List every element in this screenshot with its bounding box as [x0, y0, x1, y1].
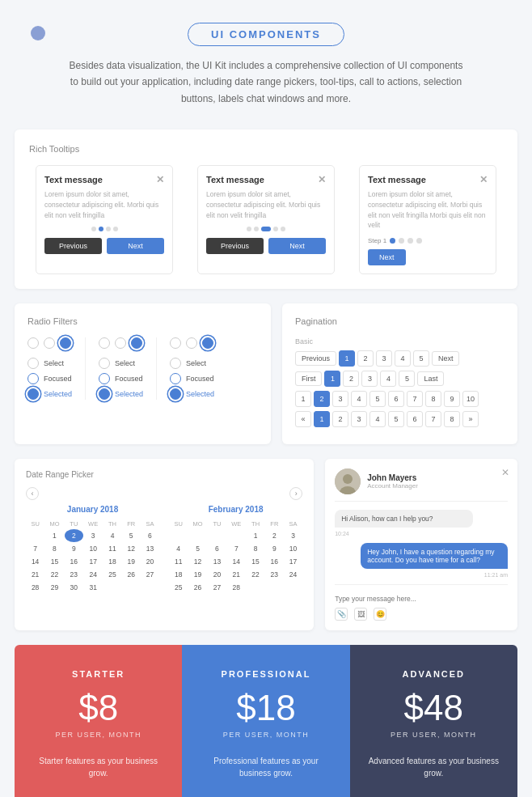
pag-num-3-2[interactable]: 2	[314, 391, 330, 407]
dp-jan-title: January 2018	[26, 505, 159, 514]
radio-selected-3[interactable]: Selected	[170, 388, 214, 400]
pag-num-3-4[interactable]: 4	[351, 391, 367, 407]
pag-num-2-4[interactable]: 4	[380, 371, 396, 387]
dp-day-su: SU	[26, 519, 44, 529]
radio-select-2[interactable]: Select	[99, 358, 143, 369]
pag-last-2[interactable]: Last	[417, 371, 444, 386]
emoji-icon[interactable]: 😊	[374, 608, 386, 621]
radio-title: Radio Filters	[27, 316, 258, 326]
radio-circles-3	[170, 337, 214, 349]
pag-num-1-4[interactable]: 4	[395, 350, 411, 367]
chat-header: John Mayers Account Manager	[335, 468, 508, 502]
pag-num-2-5[interactable]: 5	[399, 371, 415, 387]
pag-num-2-2[interactable]: 2	[343, 371, 359, 387]
radio-selected-circle-2	[99, 388, 110, 400]
tooltip-2-close[interactable]: ✕	[318, 174, 326, 185]
pricing-professional-period: PER USER, MONTH	[198, 731, 333, 739]
pag-prev-4[interactable]: «	[295, 411, 311, 427]
pag-num-4-2[interactable]: 2	[332, 411, 348, 427]
pag-num-4-6[interactable]: 6	[407, 411, 423, 427]
radio-filled-3	[202, 337, 213, 349]
pag-num-2-1[interactable]: 1	[324, 371, 340, 387]
pag-num-4-8[interactable]: 8	[444, 411, 460, 427]
tooltip-3-body: Lorem ipsum dolor sit amet, consectetur …	[368, 189, 488, 231]
radio-selected-2[interactable]: Selected	[99, 388, 143, 400]
radio-selected-circle-3	[170, 388, 181, 400]
radio-focused-3[interactable]: Focused	[170, 373, 214, 384]
chat-user-role: Account Manager	[367, 482, 418, 490]
dp-calendars: January 2018 SU MO TU WE TH FR SA	[26, 505, 302, 594]
tooltip-3-next[interactable]: Next	[368, 249, 406, 265]
chat-bubble-received: Hi Alison, how can I help you?	[335, 510, 473, 528]
pag-num-1-3[interactable]: 3	[376, 350, 392, 367]
radio-plain-6	[186, 337, 197, 349]
tooltip-2-title: Text message ✕	[206, 174, 326, 185]
pag-num-1-1[interactable]: 1	[339, 350, 355, 367]
pag-row-3: 1 2 3 4 5 6 7 8 9 10	[295, 391, 505, 407]
pag-num-3-1[interactable]: 1	[295, 391, 311, 407]
pag-num-4-1[interactable]: 1	[314, 411, 330, 427]
pag-num-4-5[interactable]: 5	[388, 411, 404, 427]
page-header: UI COMPONENTS Besides data visualization…	[0, 0, 532, 115]
dot-5b	[281, 227, 285, 231]
pag-num-3-10[interactable]: 10	[462, 391, 479, 407]
table-row: 1 2 3 4 5 6	[26, 529, 159, 542]
pag-num-1-2[interactable]: 2	[357, 350, 374, 367]
pag-num-3-3[interactable]: 3	[332, 391, 348, 407]
pricing-starter-price: $8	[31, 690, 166, 726]
dp-day-we-f: WE	[226, 519, 246, 529]
dot-4b	[273, 227, 278, 231]
tooltips-row: Text message ✕ Lorem ipsum dolor sit ame…	[29, 165, 503, 274]
pricing-starter-period: PER USER, MONTH	[31, 731, 166, 739]
pag-num-4-4[interactable]: 4	[369, 411, 386, 427]
tooltip-3-close[interactable]: ✕	[479, 174, 488, 185]
image-icon[interactable]: 🖼	[354, 608, 367, 621]
pag-num-3-5[interactable]: 5	[369, 391, 386, 407]
radio-focused-1[interactable]: Focused	[27, 373, 72, 384]
pag-num-3-6[interactable]: 6	[388, 391, 404, 407]
radio-plain-4	[115, 337, 126, 349]
dp-prev-arrow[interactable]: ‹	[26, 487, 39, 500]
pag-num-1-5[interactable]: 5	[413, 350, 429, 367]
dp-january: January 2018 SU MO TU WE TH FR SA	[26, 505, 159, 594]
radio-group-1: Select Focused Selected	[27, 337, 72, 400]
radio-focused-2[interactable]: Focused	[99, 373, 143, 384]
dp-next-arrow[interactable]: ›	[289, 487, 302, 500]
pag-num-3-7[interactable]: 7	[407, 391, 423, 407]
chat-close[interactable]: ✕	[501, 467, 509, 478]
pagination-section: Pagination Basic Previous 1 2 3 4 5 Next…	[282, 303, 517, 444]
tooltip-2-prev[interactable]: Previous	[206, 238, 264, 254]
pag-num-3-9[interactable]: 9	[444, 391, 460, 407]
dot-2	[99, 227, 103, 231]
pag-num-4-7[interactable]: 7	[425, 411, 441, 427]
pag-prev-1[interactable]: Previous	[295, 351, 336, 366]
radio-pagination-row: Radio Filters Select Focused	[15, 303, 517, 444]
dp-february: February 2018 SU MO TU WE TH FR SA	[169, 505, 302, 594]
tooltip-1-next[interactable]: Next	[107, 238, 164, 254]
radio-filled-1	[60, 337, 71, 349]
radio-select-1[interactable]: Select	[27, 358, 72, 369]
tooltip-3-steps: Step 1	[368, 237, 488, 244]
tooltip-1-title: Text message ✕	[44, 174, 164, 185]
radio-selected-1[interactable]: Selected	[27, 388, 72, 400]
group-divider-2	[156, 337, 157, 400]
pag-next-4[interactable]: »	[462, 411, 479, 427]
attach-icon[interactable]: 📎	[335, 608, 348, 621]
dp-day-mo-f: MO	[188, 519, 207, 529]
radio-select-3[interactable]: Select	[170, 358, 214, 369]
radio-filters-section: Radio Filters Select Focused	[15, 303, 271, 444]
radio-plain-3	[99, 337, 110, 349]
pag-first-2[interactable]: First	[295, 371, 323, 386]
chat-input[interactable]	[335, 595, 508, 603]
tooltip-2-next[interactable]: Next	[268, 238, 326, 254]
dp-day-th: TH	[103, 519, 121, 529]
tooltip-1-prev[interactable]: Previous	[44, 238, 102, 254]
step-dot-2	[399, 238, 404, 244]
pag-num-2-3[interactable]: 3	[361, 371, 378, 387]
pag-num-3-8[interactable]: 8	[425, 391, 441, 407]
pag-next-1[interactable]: Next	[432, 351, 460, 366]
dot-1b	[247, 227, 251, 231]
tooltip-1-close[interactable]: ✕	[156, 174, 164, 185]
dot-3	[106, 227, 111, 231]
pag-num-4-3[interactable]: 3	[351, 411, 367, 427]
